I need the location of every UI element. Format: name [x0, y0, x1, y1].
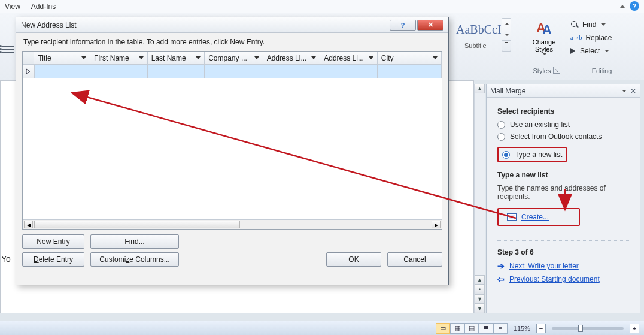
- zoom-out-button[interactable]: −: [536, 324, 546, 333]
- customize-columns-button[interactable]: Customize Columns...: [90, 252, 179, 267]
- scroll-thumb[interactable]: [34, 221, 240, 228]
- find-button[interactable]: Find: [569, 18, 634, 31]
- prev-step-label: Previous: Starting document: [509, 275, 600, 283]
- chevron-down-icon: [542, 53, 547, 55]
- type-new-list-heading: Type a new list: [497, 171, 631, 179]
- chevron-down-icon[interactable]: [81, 56, 86, 59]
- column-header[interactable]: City: [378, 52, 442, 64]
- style-preview-text: AaBbCcI: [456, 23, 504, 37]
- column-header[interactable]: Last Name: [148, 52, 205, 64]
- chevron-down-icon[interactable]: [196, 56, 201, 59]
- grid-cell[interactable]: [378, 65, 442, 78]
- column-header[interactable]: Title: [34, 52, 90, 64]
- type-new-list-help: Type the names and addresses of recipien…: [497, 184, 631, 201]
- create-label: Create...: [521, 213, 549, 221]
- chevron-down-icon: [601, 23, 606, 26]
- create-link[interactable]: Create...: [507, 213, 549, 221]
- bullets-icon[interactable]: [1, 43, 16, 55]
- new-entry-button[interactable]: New Entry: [22, 234, 84, 249]
- view-web-layout[interactable]: ▤: [464, 323, 479, 334]
- new-address-list-dialog: New Address List ? ✕ Type recipient info…: [16, 17, 449, 285]
- style-subtitle-label[interactable]: Subtitle: [464, 42, 487, 49]
- delete-entry-button[interactable]: Delete Entry: [22, 252, 84, 267]
- column-header-label: Last Name: [151, 54, 186, 62]
- chevron-down-icon[interactable]: [311, 56, 316, 59]
- scroll-up-icon[interactable]: ▲: [475, 84, 485, 93]
- dialog-instruction: Type recipient information in the table.…: [23, 38, 442, 46]
- grid-cell[interactable]: [90, 65, 148, 78]
- find-entry-button[interactable]: Find...: [90, 234, 179, 249]
- radio-outlook-label: Select from Outlook contacts: [510, 132, 602, 141]
- change-styles-button[interactable]: AA Change Styles: [527, 18, 561, 55]
- scroll-down-icon[interactable]: ▼: [475, 304, 485, 313]
- radio-outlook-contacts[interactable]: Select from Outlook contacts: [497, 132, 631, 141]
- menu-view[interactable]: View: [5, 2, 20, 11]
- menu-addins[interactable]: Add-Ins: [31, 2, 56, 11]
- next-step-link[interactable]: ➔Next: Write your letter: [497, 261, 631, 271]
- dialog-help-button[interactable]: ?: [390, 20, 416, 31]
- document-scrollbar[interactable]: ▲ ▲ • ▼ ▼: [474, 84, 485, 313]
- prev-step-link[interactable]: ⇦Previous: Starting document: [497, 274, 631, 284]
- help-icon[interactable]: ?: [630, 1, 639, 11]
- column-header[interactable]: Company ...: [205, 52, 263, 64]
- document-stray-text: Yo: [1, 254, 11, 264]
- view-print-layout[interactable]: ▭: [436, 323, 450, 334]
- cancel-button[interactable]: Cancel: [387, 252, 442, 267]
- chevron-down-icon[interactable]: [369, 56, 373, 59]
- row-selector[interactable]: [23, 65, 35, 78]
- grid-cell[interactable]: [35, 65, 91, 78]
- scroll-right-icon[interactable]: ▸: [432, 221, 441, 228]
- view-full-screen[interactable]: ▦: [450, 323, 464, 334]
- ribbon-minimize-icon[interactable]: [620, 1, 625, 11]
- radio-existing-list[interactable]: Use an existing list: [497, 120, 631, 129]
- column-header[interactable]: Address Li...: [263, 52, 321, 64]
- zoom-thumb[interactable]: [578, 325, 583, 332]
- column-header[interactable]: Address Li...: [320, 52, 378, 64]
- view-draft[interactable]: ≡: [493, 323, 508, 334]
- next-step-label: Next: Write your letter: [509, 262, 579, 270]
- column-header[interactable]: First Name: [90, 52, 148, 64]
- browse-prev-icon[interactable]: ▲: [475, 275, 485, 285]
- styles-gallery-scroll[interactable]: ‾: [502, 18, 511, 52]
- chevron-down-icon: [604, 50, 609, 52]
- mail-merge-taskpane: Mail Merge ✕ Select recipients Use an ex…: [486, 84, 640, 313]
- chevron-down-icon[interactable]: [254, 56, 259, 59]
- grid-cell[interactable]: [148, 65, 205, 78]
- change-styles-label: Change Styles: [527, 38, 561, 53]
- dialog-title: New Address List: [21, 21, 77, 29]
- zoom-slider[interactable]: [552, 327, 624, 330]
- zoom-percent[interactable]: 115%: [514, 325, 530, 332]
- taskpane-close-icon[interactable]: ✕: [630, 87, 636, 95]
- view-outline[interactable]: ≣: [479, 323, 493, 334]
- select-button[interactable]: Select: [569, 44, 634, 58]
- radio-type-new-list[interactable]: Type a new list: [502, 150, 562, 159]
- replace-button[interactable]: a→b Replace: [569, 31, 634, 44]
- column-header-label: Company ...: [208, 54, 247, 62]
- scroll-left-icon[interactable]: ◂: [24, 221, 33, 228]
- arrow-left-icon: ⇦: [497, 274, 505, 284]
- ok-button[interactable]: OK: [326, 252, 381, 267]
- recipient-grid[interactable]: TitleFirst NameLast NameCompany ...Addre…: [22, 51, 442, 230]
- browse-next-icon[interactable]: ▼: [475, 294, 485, 304]
- radio-selected-icon: [502, 151, 510, 159]
- styles-launcher-icon[interactable]: ↘: [553, 67, 560, 74]
- replace-label: Replace: [585, 34, 612, 42]
- chevron-down-icon[interactable]: [139, 56, 144, 59]
- grid-cell[interactable]: [320, 65, 378, 78]
- grid-horizontal-scrollbar[interactable]: ◂ ▸: [23, 219, 442, 229]
- browse-object-icon[interactable]: •: [475, 285, 485, 294]
- grid-cell[interactable]: [205, 65, 263, 78]
- column-header-label: Title: [38, 54, 51, 62]
- editing-group-label: Editing: [563, 67, 640, 74]
- chevron-down-icon[interactable]: [433, 56, 438, 59]
- radio-icon: [497, 121, 505, 129]
- column-header-label: Address Li...: [267, 54, 307, 62]
- arrow-right-icon: ➔: [497, 261, 505, 271]
- cursor-icon: [570, 48, 575, 54]
- taskpane-menu-icon[interactable]: [622, 90, 627, 92]
- zoom-in-button[interactable]: +: [630, 324, 639, 333]
- find-icon: [570, 20, 579, 29]
- radio-existing-label: Use an existing list: [510, 120, 570, 129]
- grid-cell[interactable]: [263, 65, 321, 78]
- dialog-close-button[interactable]: ✕: [417, 20, 443, 31]
